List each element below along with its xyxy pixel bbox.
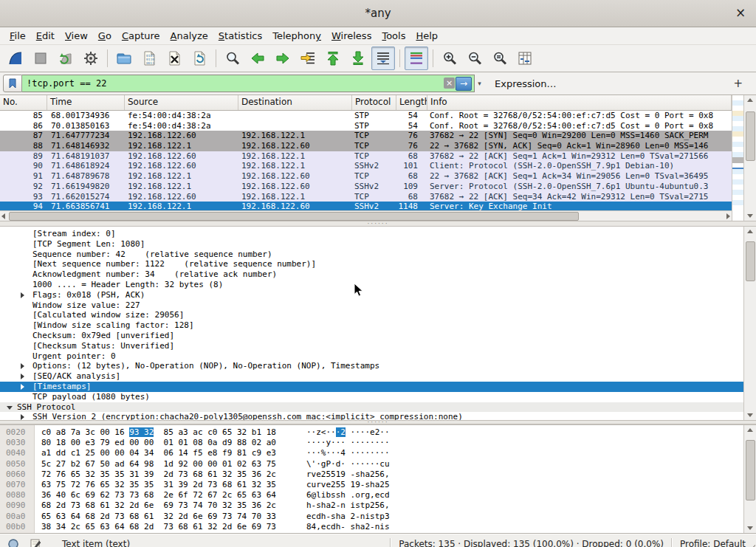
hex-row-0020[interactable]: 0020c0 a8 7a 3c 00 16 93 32 85 a3 ac c0 … [0,427,743,438]
packet-row-86[interactable]: 8670.013850163fe:54:00:d4:38:2aSTP54Conf… [0,121,732,131]
capture-options-button[interactable] [79,47,103,70]
packet-row-87[interactable]: 8771.647777234192.168.122.60192.168.122.… [0,131,732,141]
detail-row[interactable]: [SEQ/ACK analysis] [0,371,743,382]
hscroll-thumb[interactable] [9,212,579,221]
expander-collapsed-icon[interactable] [21,292,24,298]
expander-collapsed-icon[interactable] [21,384,24,390]
column-header-source[interactable]: Source [125,95,238,110]
detail-row[interactable]: [TCP Segment Len: 1080] [0,239,743,250]
detail-row[interactable]: SSH Protocol [0,402,743,413]
resize-columns-button[interactable] [513,47,537,70]
expression-button[interactable]: Expression… [495,78,557,89]
detail-row[interactable]: Urgent pointer: 0 [0,351,743,362]
packet-row-91[interactable]: 9171.648789678192.168.122.1192.168.122.6… [0,171,732,182]
expander-expanded-icon[interactable] [7,406,13,410]
hex-row-0030[interactable]: 003080 18 00 e3 79 ed 00 00 01 01 08 0a … [0,438,743,448]
scroll-up-icon[interactable] [747,230,753,233]
zoom-original-button[interactable] [488,47,512,70]
detail-row[interactable]: [Stream index: 0] [0,229,743,239]
bytes-vscrollbar[interactable] [743,425,756,533]
scroll-down-icon[interactable] [747,526,753,530]
detail-row[interactable]: Window size value: 227 [0,300,743,311]
packet-row-90[interactable]: 9071.648618924192.168.122.60192.168.122.… [0,161,732,171]
add-filter-button[interactable]: + [729,77,747,90]
hex-row-0080[interactable]: 008036 40 6c 69 62 73 73 68 2e 6f 72 67 … [0,490,743,500]
hex-row-0050[interactable]: 00505c 27 b2 67 50 ad 64 98 1d 92 00 00 … [0,459,743,469]
hex-row-0060[interactable]: 006072 76 65 32 35 35 31 39 2d 73 68 61 … [0,469,743,480]
menu-item-view[interactable]: View [60,29,93,43]
column-header-info[interactable]: Info [427,95,732,110]
vscroll-thumb[interactable] [746,440,755,500]
go-to-packet-button[interactable] [296,47,320,70]
scroll-up-icon[interactable] [747,428,753,432]
restart-capture-button[interactable] [54,47,78,70]
detail-row[interactable]: [Next sequence number: 1122 (relative se… [0,259,743,269]
menu-item-go[interactable]: Go [93,29,117,43]
packet-row-85[interactable]: 8568.001734936fe:54:00:d4:38:2aSTP54Conf… [0,111,732,121]
menu-item-tools[interactable]: Tools [377,29,410,43]
zoom-out-button[interactable] [463,47,487,70]
vscroll-thumb[interactable] [746,111,755,161]
filter-history-dropdown[interactable]: ▾ [475,75,484,92]
hex-row-0040[interactable]: 0040a1 dd c1 25 00 00 04 34 06 14 f5 e8 … [0,448,743,458]
colorize-button[interactable] [405,47,428,70]
filter-bookmark-button[interactable] [3,75,22,92]
detail-row[interactable]: [Calculated window size: 29056] [0,310,743,320]
hex-row-0070[interactable]: 007063 75 72 76 65 32 35 35 31 39 2d 73 … [0,480,743,490]
menu-item-statistics[interactable]: Statistics [213,29,267,43]
stop-capture-button[interactable] [29,47,52,70]
detail-row[interactable]: Flags: 0x018 (PSH, ACK) [0,290,743,300]
expert-info-icon[interactable] [7,538,19,547]
packet-list-hscrollbar[interactable] [0,210,732,221]
detail-row[interactable]: Sequence number: 42 (relative sequence n… [0,250,743,260]
column-header-no[interactable]: No. [0,95,47,110]
intelligent-scrollbar-minimap[interactable] [732,95,743,221]
detail-row[interactable]: Options: (12 bytes), No-Operation (NOP),… [0,361,743,371]
packet-row-92[interactable]: 9271.661949820192.168.122.1192.168.122.6… [0,182,732,192]
packet-list-header[interactable]: No.TimeSourceDestinationProtocolLengthIn… [0,95,732,111]
pane-splitter[interactable]: ······ [0,221,756,227]
menu-item-analyze[interactable]: Analyze [165,29,213,43]
scroll-up-icon[interactable] [747,98,753,102]
column-header-time[interactable]: Time [47,95,125,110]
detail-vscrollbar[interactable] [743,227,756,420]
menu-item-wireless[interactable]: Wireless [326,29,377,43]
filter-clear-button[interactable]: × [444,78,455,89]
close-file-button[interactable] [162,47,186,70]
column-header-protocol[interactable]: Protocol [352,95,396,110]
detail-row[interactable]: [Checksum Status: Unverified] [0,341,743,351]
capture-comment-icon[interactable] [30,538,41,547]
scroll-right-icon[interactable] [726,213,730,219]
find-packet-button[interactable] [221,47,244,70]
zoom-in-button[interactable] [438,47,461,70]
menu-item-capture[interactable]: Capture [117,29,165,43]
packet-row-89[interactable]: 8971.648191037192.168.122.60192.168.122.… [0,151,732,162]
profile-selector[interactable]: Profile: Default [680,539,746,547]
packet-row-88[interactable]: 8871.648146932192.168.122.1192.168.122.6… [0,141,732,151]
expander-collapsed-icon[interactable] [21,363,24,369]
detail-row[interactable]: Acknowledgment number: 34 (relative ack … [0,269,743,280]
packet-row-93[interactable]: 9371.662015274192.168.122.60192.168.122.… [0,192,732,202]
scroll-down-icon[interactable] [747,214,753,218]
display-filter-input[interactable]: !tcp.port == 22 × → [22,75,475,92]
save-file-button[interactable]: 010101100011 [137,47,161,70]
scroll-down-icon[interactable] [747,413,753,417]
detail-row[interactable]: [Timestamps] [0,382,743,392]
start-capture-button[interactable] [4,47,27,70]
detail-row[interactable]: Checksum: 0x79ed [unverified] [0,331,743,341]
packet-row-94[interactable]: 9471.663856741192.168.122.1192.168.122.6… [0,202,732,210]
expander-collapsed-icon[interactable] [21,414,24,420]
filter-apply-button[interactable]: → [456,77,472,91]
close-button[interactable]: × [732,4,749,21]
go-forward-button[interactable] [271,47,295,70]
hex-row-00b0[interactable]: 00b038 34 2c 65 63 64 68 2d 73 68 61 32 … [0,522,743,532]
menu-item-y[interactable]: Telephony [267,29,326,43]
hex-row-00a0[interactable]: 00a065 63 64 68 2d 73 68 61 32 2d 6e 69 … [0,512,743,522]
go-back-button[interactable] [246,47,269,70]
menu-item-edit[interactable]: Edit [31,29,60,43]
vscroll-thumb[interactable] [746,241,755,281]
detail-row[interactable]: [Window size scaling factor: 128] [0,320,743,331]
scroll-left-icon[interactable] [1,213,5,219]
detail-row[interactable]: 1000 .... = Header Length: 32 bytes (8) [0,280,743,290]
menu-item-help[interactable]: Help [410,29,443,43]
